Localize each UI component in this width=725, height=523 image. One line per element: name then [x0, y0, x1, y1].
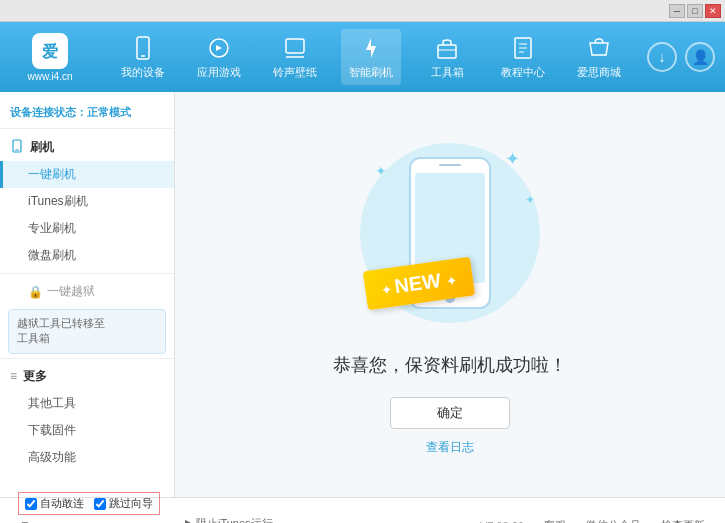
- more-section-title: ≡ 更多: [0, 363, 174, 390]
- nav-my-device-label: 我的设备: [121, 65, 165, 80]
- jailbreak-locked: 🔒 一键越狱: [0, 278, 174, 305]
- auto-connect-label: 自动敢连: [40, 496, 84, 511]
- nav-ringtones-label: 铃声壁纸: [273, 65, 317, 80]
- account-button[interactable]: 👤: [685, 42, 715, 72]
- smart-flash-icon: [357, 34, 385, 62]
- confirm-button[interactable]: 确定: [390, 397, 510, 429]
- nav-store[interactable]: 爱思商城: [569, 29, 629, 85]
- minimize-button[interactable]: ─: [669, 4, 685, 18]
- nav-tutorial[interactable]: 教程中心: [493, 29, 553, 85]
- status-bar: 设备连接状态：正常模式: [0, 100, 174, 129]
- nav-smart-flash-label: 智能刷机: [349, 65, 393, 80]
- status-label: 设备连接状态：: [10, 106, 87, 118]
- more-section-icon: ≡: [10, 369, 17, 383]
- my-device-icon: [129, 34, 157, 62]
- maximize-button[interactable]: □: [687, 4, 703, 18]
- nav-toolbox[interactable]: 工具箱: [417, 29, 477, 85]
- download-button[interactable]: ↓: [647, 42, 677, 72]
- jailbreak-section: 🔒 一键越狱 越狱工具已转移至工具箱: [0, 278, 174, 354]
- auto-connect-checkbox[interactable]: [25, 498, 37, 510]
- jailbreak-note: 越狱工具已转移至工具箱: [8, 309, 166, 354]
- flash-section-title[interactable]: 刷机: [0, 134, 174, 161]
- logo-url: www.i4.cn: [27, 71, 72, 82]
- sidebar-one-key-flash[interactable]: 一键刷机: [0, 161, 174, 188]
- sidebar: 设备连接状态：正常模式 刷机 一键刷机 iTunes刷机 专业刷机 微盘刷机: [0, 92, 175, 497]
- svg-rect-7: [438, 45, 456, 58]
- more-section: ≡ 更多 其他工具 下载固件 高级功能: [0, 363, 174, 471]
- bottom-right: V7.98.66 客服 微信公众号 检查更新: [445, 518, 715, 523]
- success-title: 恭喜您，保资料刷机成功啦！: [333, 353, 567, 377]
- customer-service-link[interactable]: 客服: [544, 518, 566, 523]
- svg-text:爱: 爱: [42, 42, 58, 60]
- sidebar-dual-flash[interactable]: 微盘刷机: [0, 242, 174, 269]
- nav-items: 我的设备 应用游戏 铃声壁纸: [105, 29, 637, 85]
- sparkle-icon-1: ✦: [505, 148, 520, 170]
- header: 爱 www.i4.cn 我的设备 应用游戏: [0, 22, 725, 92]
- check-update-link[interactable]: 检查更新: [661, 518, 705, 523]
- wechat-public-link[interactable]: 微信公众号: [586, 518, 641, 523]
- flash-section: 刷机 一键刷机 iTunes刷机 专业刷机 微盘刷机: [0, 134, 174, 269]
- toolbox-icon: [433, 34, 461, 62]
- nav-tutorial-label: 教程中心: [501, 65, 545, 80]
- title-bar: ─ □ ✕: [0, 0, 725, 22]
- stop-itunes-area: ▶ 阻止iTunes运行: [185, 516, 445, 523]
- nav-my-device[interactable]: 我的设备: [113, 29, 173, 85]
- stop-itunes-icon: ▶: [185, 517, 193, 523]
- sidebar-pro-flash[interactable]: 专业刷机: [0, 215, 174, 242]
- sidebar-advanced[interactable]: 高级功能: [0, 444, 174, 471]
- stop-itunes-label: 阻止iTunes运行: [196, 516, 273, 523]
- nav-ringtones[interactable]: 铃声壁纸: [265, 29, 325, 85]
- sparkle-icon-3: ✦: [375, 163, 387, 179]
- nav-smart-flash[interactable]: 智能刷机: [341, 29, 401, 85]
- status-value: 正常模式: [87, 106, 131, 118]
- checkbox-container: 自动敢连 跳过向导: [18, 492, 160, 515]
- skip-wizard-checkbox-label[interactable]: 跳过向导: [94, 496, 153, 511]
- lock-icon: 🔒: [28, 285, 43, 299]
- logo-icon: 爱: [32, 33, 68, 69]
- sidebar-itunes-flash[interactable]: iTunes刷机: [0, 188, 174, 215]
- nav-apps-games[interactable]: 应用游戏: [189, 29, 249, 85]
- skip-wizard-checkbox[interactable]: [94, 498, 106, 510]
- store-icon: [585, 34, 613, 62]
- flash-section-icon: [10, 139, 24, 156]
- version-text: V7.98.66: [480, 520, 524, 524]
- content-area: ✦ ✦ ✦ NEW 恭喜您，保资料刷机成功啦！ 确定 查看日志: [175, 92, 725, 497]
- bottom-left: 自动敢连 跳过向导 📱 iPhone 12 mini 64GB Down-12m…: [10, 492, 185, 523]
- view-log-link[interactable]: 查看日志: [426, 439, 474, 456]
- sidebar-divider-2: [0, 358, 174, 359]
- sidebar-download-firmware[interactable]: 下载固件: [0, 417, 174, 444]
- window-controls[interactable]: ─ □ ✕: [669, 4, 721, 18]
- skip-wizard-label: 跳过向导: [109, 496, 153, 511]
- stop-itunes-toggle[interactable]: ▶ 阻止iTunes运行: [185, 516, 273, 523]
- nav-toolbox-label: 工具箱: [431, 65, 464, 80]
- apps-games-icon: [205, 34, 233, 62]
- close-button[interactable]: ✕: [705, 4, 721, 18]
- flash-section-label: 刷机: [30, 139, 54, 156]
- logo-area[interactable]: 爱 www.i4.cn: [10, 33, 90, 82]
- sparkle-icon-2: ✦: [525, 193, 535, 207]
- ringtones-icon: [281, 34, 309, 62]
- svg-rect-5: [286, 39, 304, 53]
- bottom-bar: 自动敢连 跳过向导 📱 iPhone 12 mini 64GB Down-12m…: [0, 497, 725, 523]
- nav-apps-label: 应用游戏: [197, 65, 241, 80]
- nav-store-label: 爱思商城: [577, 65, 621, 80]
- sidebar-other-tools[interactable]: 其他工具: [0, 390, 174, 417]
- nav-right-buttons: ↓ 👤: [647, 42, 715, 72]
- sidebar-divider-1: [0, 273, 174, 274]
- main-area: 设备连接状态：正常模式 刷机 一键刷机 iTunes刷机 专业刷机 微盘刷机: [0, 92, 725, 497]
- auto-connect-checkbox-label[interactable]: 自动敢连: [25, 496, 84, 511]
- tutorial-icon: [509, 34, 537, 62]
- success-illustration: ✦ ✦ ✦ NEW: [350, 133, 550, 333]
